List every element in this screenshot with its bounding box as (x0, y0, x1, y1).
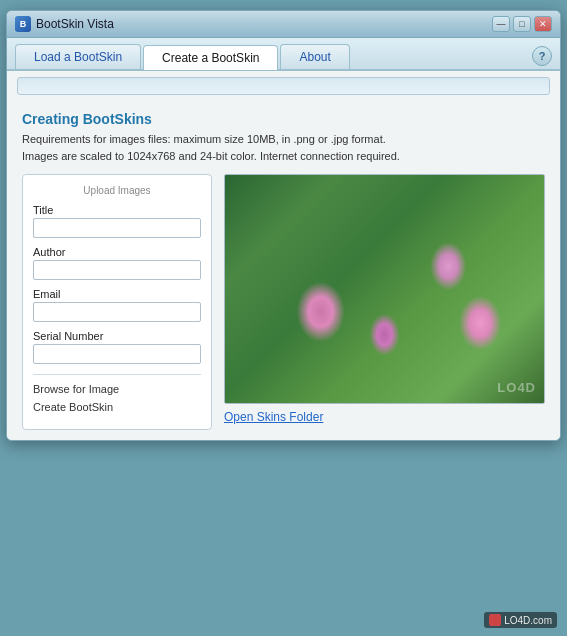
lo4d-badge: LO4D.com (484, 612, 557, 628)
requirements-text: Requirements for images files: maximum s… (22, 131, 545, 164)
lo4d-text: LO4D.com (504, 615, 552, 626)
form-group-title: Title (33, 204, 201, 238)
titlebar-controls: — □ ✕ (492, 16, 552, 32)
author-label: Author (33, 246, 201, 258)
main-columns: Upload Images Title Author Email Serial … (22, 174, 545, 430)
titlebar: B BootSkin Vista — □ ✕ (7, 11, 560, 38)
watermark-text: LO4D (497, 380, 536, 395)
preview-image: LO4D (224, 174, 545, 404)
section-title: Creating BootSkins (22, 111, 545, 127)
tab-create[interactable]: Create a BootSkin (143, 45, 278, 70)
progress-bar (17, 77, 550, 95)
image-panel: LO4D Open Skins Folder (224, 174, 545, 430)
create-bootskin-button[interactable]: Create BootSkin (33, 401, 201, 413)
form-group-email: Email (33, 288, 201, 322)
tabbar: Load a BootSkin Create a BootSkin About … (7, 38, 560, 71)
progress-area (7, 71, 560, 101)
titlebar-left: B BootSkin Vista (15, 16, 114, 32)
form-group-author: Author (33, 246, 201, 280)
minimize-button[interactable]: — (492, 16, 510, 32)
form-group-serial: Serial Number (33, 330, 201, 364)
author-input[interactable] (33, 260, 201, 280)
window-title: BootSkin Vista (36, 17, 114, 31)
form-panel: Upload Images Title Author Email Serial … (22, 174, 212, 430)
browse-button[interactable]: Browse for Image (33, 383, 201, 395)
close-button[interactable]: ✕ (534, 16, 552, 32)
email-input[interactable] (33, 302, 201, 322)
help-button[interactable]: ? (532, 46, 552, 66)
upload-label: Upload Images (33, 185, 201, 196)
title-input[interactable] (33, 218, 201, 238)
tab-load[interactable]: Load a BootSkin (15, 44, 141, 69)
title-label: Title (33, 204, 201, 216)
serial-input[interactable] (33, 344, 201, 364)
email-label: Email (33, 288, 201, 300)
maximize-button[interactable]: □ (513, 16, 531, 32)
open-skins-link[interactable]: Open Skins Folder (224, 410, 545, 424)
content-area: Creating BootSkins Requirements for imag… (7, 101, 560, 440)
lo4d-icon (489, 614, 501, 626)
main-window: B BootSkin Vista — □ ✕ Load a BootSkin C… (6, 10, 561, 441)
tab-about[interactable]: About (280, 44, 349, 69)
form-divider (33, 374, 201, 375)
serial-label: Serial Number (33, 330, 201, 342)
app-icon: B (15, 16, 31, 32)
lo4d-badge-container: LO4D.com (484, 612, 557, 628)
